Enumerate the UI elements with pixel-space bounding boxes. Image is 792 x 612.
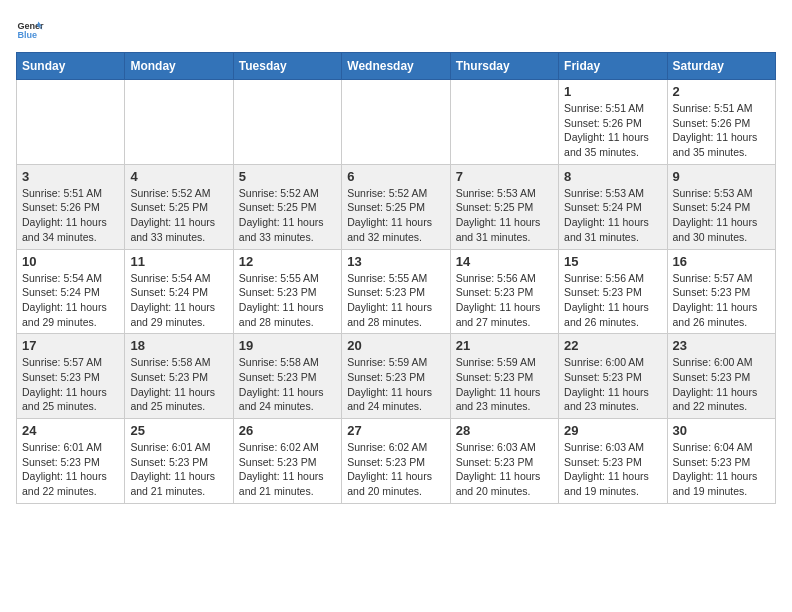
- day-cell: 21Sunrise: 5:59 AMSunset: 5:23 PMDayligh…: [450, 334, 558, 419]
- column-header-wednesday: Wednesday: [342, 53, 450, 80]
- day-cell: 13Sunrise: 5:55 AMSunset: 5:23 PMDayligh…: [342, 249, 450, 334]
- day-number: 4: [130, 169, 227, 184]
- day-cell: [342, 80, 450, 165]
- day-info: Sunrise: 6:03 AMSunset: 5:23 PMDaylight:…: [456, 440, 553, 499]
- header: General Blue: [16, 16, 776, 44]
- day-cell: [233, 80, 341, 165]
- day-cell: 25Sunrise: 6:01 AMSunset: 5:23 PMDayligh…: [125, 419, 233, 504]
- day-cell: 19Sunrise: 5:58 AMSunset: 5:23 PMDayligh…: [233, 334, 341, 419]
- day-cell: 28Sunrise: 6:03 AMSunset: 5:23 PMDayligh…: [450, 419, 558, 504]
- day-info: Sunrise: 6:00 AMSunset: 5:23 PMDaylight:…: [564, 355, 661, 414]
- day-info: Sunrise: 5:52 AMSunset: 5:25 PMDaylight:…: [130, 186, 227, 245]
- day-cell: 20Sunrise: 5:59 AMSunset: 5:23 PMDayligh…: [342, 334, 450, 419]
- day-number: 13: [347, 254, 444, 269]
- calendar-table: SundayMondayTuesdayWednesdayThursdayFrid…: [16, 52, 776, 504]
- column-header-friday: Friday: [559, 53, 667, 80]
- day-number: 24: [22, 423, 119, 438]
- day-number: 23: [673, 338, 770, 353]
- day-number: 11: [130, 254, 227, 269]
- day-cell: 26Sunrise: 6:02 AMSunset: 5:23 PMDayligh…: [233, 419, 341, 504]
- day-cell: 8Sunrise: 5:53 AMSunset: 5:24 PMDaylight…: [559, 164, 667, 249]
- day-number: 17: [22, 338, 119, 353]
- day-info: Sunrise: 5:56 AMSunset: 5:23 PMDaylight:…: [564, 271, 661, 330]
- day-cell: [17, 80, 125, 165]
- day-number: 3: [22, 169, 119, 184]
- day-cell: 2Sunrise: 5:51 AMSunset: 5:26 PMDaylight…: [667, 80, 775, 165]
- day-cell: 10Sunrise: 5:54 AMSunset: 5:24 PMDayligh…: [17, 249, 125, 334]
- day-info: Sunrise: 6:02 AMSunset: 5:23 PMDaylight:…: [347, 440, 444, 499]
- day-cell: 30Sunrise: 6:04 AMSunset: 5:23 PMDayligh…: [667, 419, 775, 504]
- day-cell: 18Sunrise: 5:58 AMSunset: 5:23 PMDayligh…: [125, 334, 233, 419]
- day-number: 21: [456, 338, 553, 353]
- day-info: Sunrise: 5:54 AMSunset: 5:24 PMDaylight:…: [130, 271, 227, 330]
- day-cell: 9Sunrise: 5:53 AMSunset: 5:24 PMDaylight…: [667, 164, 775, 249]
- day-info: Sunrise: 5:56 AMSunset: 5:23 PMDaylight:…: [456, 271, 553, 330]
- day-number: 1: [564, 84, 661, 99]
- day-info: Sunrise: 5:53 AMSunset: 5:24 PMDaylight:…: [564, 186, 661, 245]
- day-number: 27: [347, 423, 444, 438]
- day-info: Sunrise: 5:55 AMSunset: 5:23 PMDaylight:…: [239, 271, 336, 330]
- week-row-4: 17Sunrise: 5:57 AMSunset: 5:23 PMDayligh…: [17, 334, 776, 419]
- day-number: 15: [564, 254, 661, 269]
- day-info: Sunrise: 6:03 AMSunset: 5:23 PMDaylight:…: [564, 440, 661, 499]
- day-cell: 24Sunrise: 6:01 AMSunset: 5:23 PMDayligh…: [17, 419, 125, 504]
- day-number: 22: [564, 338, 661, 353]
- day-info: Sunrise: 6:04 AMSunset: 5:23 PMDaylight:…: [673, 440, 770, 499]
- day-cell: 4Sunrise: 5:52 AMSunset: 5:25 PMDaylight…: [125, 164, 233, 249]
- day-info: Sunrise: 5:59 AMSunset: 5:23 PMDaylight:…: [456, 355, 553, 414]
- day-cell: 27Sunrise: 6:02 AMSunset: 5:23 PMDayligh…: [342, 419, 450, 504]
- day-cell: 15Sunrise: 5:56 AMSunset: 5:23 PMDayligh…: [559, 249, 667, 334]
- day-info: Sunrise: 5:51 AMSunset: 5:26 PMDaylight:…: [22, 186, 119, 245]
- logo-icon: General Blue: [16, 16, 44, 44]
- header-row: SundayMondayTuesdayWednesdayThursdayFrid…: [17, 53, 776, 80]
- day-cell: 7Sunrise: 5:53 AMSunset: 5:25 PMDaylight…: [450, 164, 558, 249]
- day-number: 2: [673, 84, 770, 99]
- day-number: 8: [564, 169, 661, 184]
- week-row-1: 1Sunrise: 5:51 AMSunset: 5:26 PMDaylight…: [17, 80, 776, 165]
- day-cell: 11Sunrise: 5:54 AMSunset: 5:24 PMDayligh…: [125, 249, 233, 334]
- column-header-monday: Monday: [125, 53, 233, 80]
- week-row-2: 3Sunrise: 5:51 AMSunset: 5:26 PMDaylight…: [17, 164, 776, 249]
- day-cell: 17Sunrise: 5:57 AMSunset: 5:23 PMDayligh…: [17, 334, 125, 419]
- day-cell: 3Sunrise: 5:51 AMSunset: 5:26 PMDaylight…: [17, 164, 125, 249]
- column-header-saturday: Saturday: [667, 53, 775, 80]
- day-cell: 6Sunrise: 5:52 AMSunset: 5:25 PMDaylight…: [342, 164, 450, 249]
- day-number: 9: [673, 169, 770, 184]
- day-number: 29: [564, 423, 661, 438]
- day-number: 19: [239, 338, 336, 353]
- day-info: Sunrise: 5:59 AMSunset: 5:23 PMDaylight:…: [347, 355, 444, 414]
- day-cell: 1Sunrise: 5:51 AMSunset: 5:26 PMDaylight…: [559, 80, 667, 165]
- day-info: Sunrise: 5:58 AMSunset: 5:23 PMDaylight:…: [239, 355, 336, 414]
- svg-text:General: General: [17, 21, 44, 31]
- column-header-sunday: Sunday: [17, 53, 125, 80]
- day-number: 10: [22, 254, 119, 269]
- day-number: 18: [130, 338, 227, 353]
- day-number: 28: [456, 423, 553, 438]
- day-info: Sunrise: 6:01 AMSunset: 5:23 PMDaylight:…: [130, 440, 227, 499]
- day-cell: 12Sunrise: 5:55 AMSunset: 5:23 PMDayligh…: [233, 249, 341, 334]
- day-cell: [125, 80, 233, 165]
- day-number: 26: [239, 423, 336, 438]
- week-row-5: 24Sunrise: 6:01 AMSunset: 5:23 PMDayligh…: [17, 419, 776, 504]
- day-cell: 14Sunrise: 5:56 AMSunset: 5:23 PMDayligh…: [450, 249, 558, 334]
- day-info: Sunrise: 5:58 AMSunset: 5:23 PMDaylight:…: [130, 355, 227, 414]
- day-info: Sunrise: 5:52 AMSunset: 5:25 PMDaylight:…: [239, 186, 336, 245]
- day-info: Sunrise: 5:53 AMSunset: 5:25 PMDaylight:…: [456, 186, 553, 245]
- day-info: Sunrise: 6:01 AMSunset: 5:23 PMDaylight:…: [22, 440, 119, 499]
- day-cell: [450, 80, 558, 165]
- day-cell: 5Sunrise: 5:52 AMSunset: 5:25 PMDaylight…: [233, 164, 341, 249]
- day-info: Sunrise: 5:51 AMSunset: 5:26 PMDaylight:…: [564, 101, 661, 160]
- day-info: Sunrise: 6:02 AMSunset: 5:23 PMDaylight:…: [239, 440, 336, 499]
- day-number: 20: [347, 338, 444, 353]
- day-number: 5: [239, 169, 336, 184]
- day-number: 14: [456, 254, 553, 269]
- day-cell: 23Sunrise: 6:00 AMSunset: 5:23 PMDayligh…: [667, 334, 775, 419]
- day-cell: 29Sunrise: 6:03 AMSunset: 5:23 PMDayligh…: [559, 419, 667, 504]
- svg-text:Blue: Blue: [17, 30, 37, 40]
- logo: General Blue: [16, 16, 44, 44]
- day-info: Sunrise: 5:52 AMSunset: 5:25 PMDaylight:…: [347, 186, 444, 245]
- day-info: Sunrise: 6:00 AMSunset: 5:23 PMDaylight:…: [673, 355, 770, 414]
- day-info: Sunrise: 5:53 AMSunset: 5:24 PMDaylight:…: [673, 186, 770, 245]
- day-number: 25: [130, 423, 227, 438]
- day-info: Sunrise: 5:55 AMSunset: 5:23 PMDaylight:…: [347, 271, 444, 330]
